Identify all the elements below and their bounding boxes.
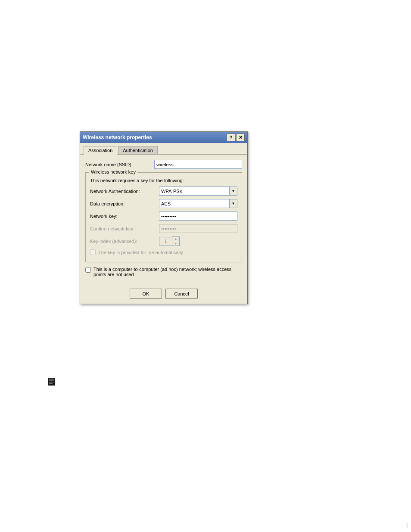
ok-button[interactable]: OK xyxy=(130,289,162,299)
title-bar: Wireless network properties ? ✕ xyxy=(80,132,247,143)
button-row: OK Cancel xyxy=(80,285,247,304)
tab-authentication[interactable]: Authentication xyxy=(118,146,158,155)
ssid-input[interactable] xyxy=(154,160,242,169)
group-legend: Wireless network key xyxy=(89,169,137,174)
confirm-key-row: Confirm network key: xyxy=(90,224,237,233)
key-index-label: Key index (advanced): xyxy=(90,239,159,244)
confirm-key-label: Confirm network key: xyxy=(90,226,159,231)
network-auth-label: Network Authentication: xyxy=(90,189,159,194)
group-description: This network requires a key for the foll… xyxy=(90,178,237,183)
tab-association[interactable]: Association xyxy=(84,146,117,155)
key-index-input xyxy=(159,237,172,246)
svg-rect-1 xyxy=(49,379,54,380)
auto-key-row: The key is provided for me automatically xyxy=(90,249,237,255)
ssid-label: Network name (SSID): xyxy=(85,162,154,167)
dialog-body: Network name (SSID): Wireless network ke… xyxy=(80,155,247,285)
adhoc-checkbox[interactable] xyxy=(85,267,91,273)
network-auth-select-wrapper: WPA-PSK Open Shared WPA WPA2 WPA2-PSK ▼ xyxy=(159,187,237,196)
data-enc-select[interactable]: AES TKIP Disabled xyxy=(159,199,237,208)
key-index-row: Key index (advanced): ▲ ▼ xyxy=(90,236,237,246)
data-enc-select-wrapper: AES TKIP Disabled ▼ xyxy=(159,199,237,208)
spinbox-up-button[interactable]: ▲ xyxy=(172,237,179,241)
wireless-key-group: Wireless network key This network requir… xyxy=(85,172,242,262)
network-key-label: Network key: xyxy=(90,214,159,219)
network-auth-row: Network Authentication: WPA-PSK Open Sha… xyxy=(90,187,237,196)
network-key-input[interactable] xyxy=(159,212,237,221)
data-enc-row: Data encryption: AES TKIP Disabled ▼ xyxy=(90,199,237,208)
spinbox-down-button[interactable]: ▼ xyxy=(172,241,179,246)
close-button[interactable]: ✕ xyxy=(236,134,245,141)
adhoc-label: This is a computer-to-computer (ad hoc) … xyxy=(93,267,242,277)
wireless-network-properties-dialog: Wireless network properties ? ✕ Associat… xyxy=(80,131,248,304)
note-icon xyxy=(47,377,58,387)
auto-key-label: The key is provided for me automatically xyxy=(98,250,183,255)
adhoc-row: This is a computer-to-computer (ad hoc) … xyxy=(85,267,242,280)
title-bar-buttons: ? ✕ xyxy=(227,134,245,141)
key-index-spinbox: ▲ ▼ xyxy=(159,236,180,246)
tab-bar: Association Authentication xyxy=(80,143,247,155)
help-button[interactable]: ? xyxy=(227,134,235,141)
network-key-row: Network key: xyxy=(90,212,237,221)
network-auth-select[interactable]: WPA-PSK Open Shared WPA WPA2 WPA2-PSK xyxy=(159,187,237,196)
group-content: This network requires a key for the foll… xyxy=(90,178,237,255)
dialog-title: Wireless network properties xyxy=(83,134,152,140)
page-number: | xyxy=(406,523,408,528)
auto-key-checkbox[interactable] xyxy=(90,249,96,255)
data-enc-label: Data encryption: xyxy=(90,201,159,206)
confirm-key-input[interactable] xyxy=(159,224,237,233)
ssid-row: Network name (SSID): xyxy=(85,160,242,169)
spinbox-buttons: ▲ ▼ xyxy=(172,236,180,246)
cancel-button[interactable]: Cancel xyxy=(165,289,198,299)
